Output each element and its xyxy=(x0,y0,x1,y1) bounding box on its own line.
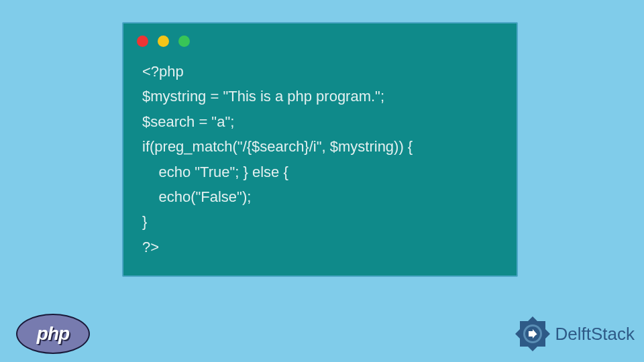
minimize-icon xyxy=(158,36,169,47)
code-line: ?> xyxy=(142,239,159,255)
php-logo: php xyxy=(16,314,90,354)
code-line: echo "True"; } else { xyxy=(142,164,288,180)
code-line: echo("False"); xyxy=(142,188,251,205)
code-line: $search = "a"; xyxy=(142,113,234,130)
delftstack-icon: </> xyxy=(514,315,551,353)
code-line: <?php xyxy=(142,63,184,80)
code-block: <?php $mystring = "This is a php program… xyxy=(123,55,517,273)
maximize-icon xyxy=(178,36,190,47)
code-line: $mystring = "This is a php program."; xyxy=(142,88,384,105)
delftstack-logo: </> DelftStack xyxy=(514,315,635,353)
php-logo-text: php xyxy=(37,323,69,345)
delftstack-label: DelftStack xyxy=(555,324,635,345)
code-line: if(preg_match("/{$search}/i", $mystring)… xyxy=(142,138,413,155)
php-ellipse: php xyxy=(16,314,90,354)
code-window: <?php $mystring = "This is a php program… xyxy=(122,22,518,277)
svg-text:</>: </> xyxy=(529,331,537,337)
close-icon xyxy=(137,36,148,47)
code-line: } xyxy=(142,213,147,230)
window-traffic-lights xyxy=(123,23,517,55)
